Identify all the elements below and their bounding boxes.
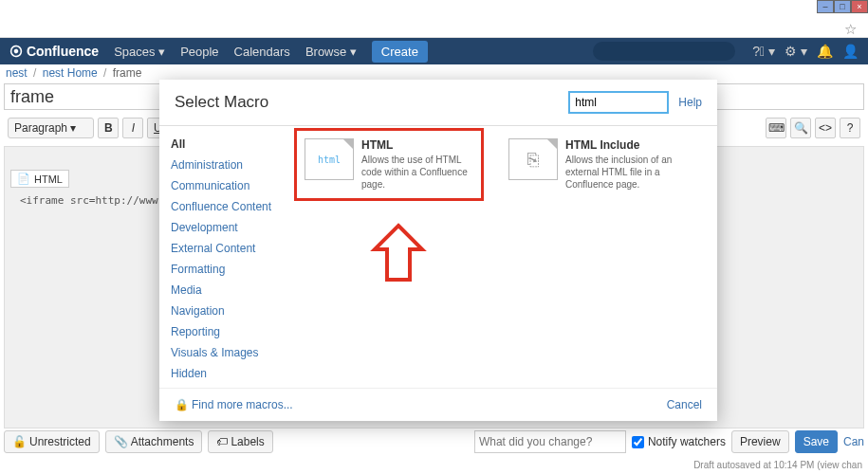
html-macro-chip[interactable]: 📄 HTML: [10, 170, 69, 188]
italic-button[interactable]: I: [122, 118, 143, 138]
page-icon: 📄: [17, 173, 30, 185]
top-navbar: ⦿ Confluence Spaces ▾ People Calendars B…: [0, 38, 868, 64]
bold-button[interactable]: B: [98, 118, 119, 138]
minimize-button[interactable]: –: [817, 0, 834, 13]
find-more-macros-link[interactable]: 🔒 Find more macros...: [175, 398, 293, 411]
create-button[interactable]: Create: [372, 41, 428, 63]
global-search-input[interactable]: [593, 42, 735, 61]
category-navigation[interactable]: Navigation: [171, 301, 281, 321]
nav-calendars[interactable]: Calendars: [234, 45, 290, 59]
modal-help-link[interactable]: Help: [678, 96, 702, 109]
preview-button[interactable]: Preview: [731, 430, 789, 453]
gear-icon[interactable]: ⚙ ▾: [785, 44, 807, 59]
category-media[interactable]: Media: [171, 280, 281, 301]
nav-browse[interactable]: Browse ▾: [305, 45, 357, 59]
annotation-arrow-icon: [370, 221, 427, 287]
html-include-macro-icon: ⎘: [508, 138, 558, 180]
breadcrumb-nest[interactable]: nest: [6, 66, 28, 80]
macro-result-desc: Allows the use of HTML code within a Con…: [361, 154, 473, 191]
category-visuals-images[interactable]: Visuals & Images: [171, 342, 281, 363]
notifications-icon[interactable]: 🔔: [817, 44, 833, 59]
macro-result-html[interactable]: html HTML Allows the use of HTML code wi…: [294, 128, 484, 201]
modal-header: Select Macro Help: [159, 80, 717, 126]
category-all[interactable]: All: [171, 134, 281, 155]
labels-button[interactable]: 🏷 Labels: [208, 430, 272, 453]
macro-results: html HTML Allows the use of HTML code wi…: [292, 126, 717, 388]
window-buttons: – □ ×: [817, 0, 868, 13]
macro-result-html-include[interactable]: ⎘ HTML Include Allows the inclusion of a…: [501, 131, 691, 198]
autosave-status: Draft autosaved at 10:14 PM (view chan: [693, 460, 862, 470]
restrictions-button[interactable]: 🔓 Unrestricted: [4, 430, 100, 453]
close-window-button[interactable]: ×: [851, 0, 868, 13]
breadcrumb-nest-home[interactable]: nest Home: [43, 66, 98, 80]
confluence-logo[interactable]: ⦿ Confluence: [9, 44, 99, 59]
maximize-button[interactable]: □: [834, 0, 851, 13]
modal-footer: 🔒 Find more macros... Cancel: [159, 388, 717, 421]
notify-watchers-checkbox[interactable]: Notify watchers: [632, 435, 726, 448]
category-communication[interactable]: Communication: [171, 175, 281, 196]
keyboard-button[interactable]: ⌨: [766, 118, 786, 138]
nav-spaces[interactable]: Spaces ▾: [114, 45, 165, 59]
source-button[interactable]: <>: [815, 118, 836, 138]
category-formatting[interactable]: Formatting: [171, 259, 281, 280]
breadcrumb-frame: frame: [113, 66, 142, 80]
macro-categories: All Administration Communication Conflue…: [159, 126, 292, 388]
cancel-link[interactable]: Can: [843, 435, 864, 448]
modal-body: All Administration Communication Conflue…: [159, 126, 717, 388]
attachments-button[interactable]: 📎 Attachments: [105, 430, 203, 453]
macro-result-title: HTML: [361, 138, 473, 152]
paragraph-dropdown[interactable]: Paragraph ▾: [8, 118, 94, 138]
select-macro-modal: Select Macro Help All Administration Com…: [159, 80, 717, 421]
macro-search-input[interactable]: [568, 91, 669, 114]
browser-chrome: – □ × ☆: [0, 0, 868, 38]
category-administration[interactable]: Administration: [171, 155, 281, 175]
nav-people[interactable]: People: [180, 45, 218, 59]
html-macro-icon: html: [305, 138, 354, 180]
help-button[interactable]: ?: [840, 118, 860, 138]
bookmark-star-icon[interactable]: ☆: [844, 21, 857, 38]
macro-result-title: HTML Include: [565, 138, 683, 152]
category-hidden[interactable]: Hidden: [171, 363, 281, 384]
modal-title: Select Macro: [175, 93, 268, 112]
category-external-content[interactable]: External Content: [171, 238, 281, 259]
modal-cancel-link[interactable]: Cancel: [667, 398, 702, 411]
breadcrumb: nest / nest Home / frame: [6, 66, 141, 80]
category-reporting[interactable]: Reporting: [171, 321, 281, 342]
editor-bottom-bar: 🔓 Unrestricted 📎 Attachments 🏷 Labels No…: [4, 428, 864, 455]
change-comment-input[interactable]: [474, 430, 626, 453]
help-icon[interactable]: ?⃝ ▾: [752, 44, 775, 59]
save-button[interactable]: Save: [795, 430, 838, 453]
category-development[interactable]: Development: [171, 217, 281, 238]
category-confluence-content[interactable]: Confluence Content: [171, 196, 281, 217]
macro-result-desc: Allows the inclusion of an external HTML…: [565, 154, 683, 191]
search-replace-button[interactable]: 🔍: [790, 118, 811, 138]
profile-icon[interactable]: 👤: [842, 44, 859, 59]
